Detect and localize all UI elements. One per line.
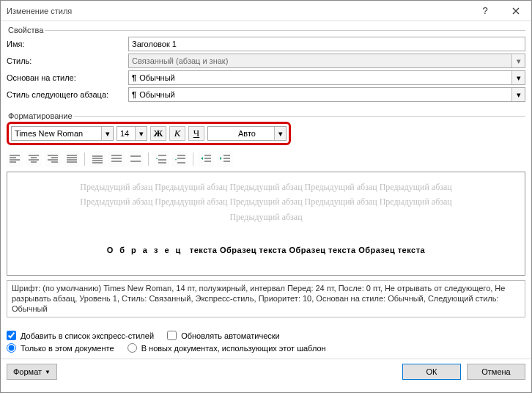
font-combo[interactable]: Times New Roman ▾ xyxy=(11,126,114,141)
close-icon xyxy=(512,7,520,15)
preview-sample-text: Образец текста Образец текста Образец те… xyxy=(16,240,516,257)
help-button[interactable]: ? xyxy=(470,1,500,21)
align-center-icon xyxy=(29,155,39,164)
preview-pane: Предыдущий абзац Предыдущий абзац Предыд… xyxy=(7,172,525,276)
font-color-combo[interactable]: Авто ▾ xyxy=(207,126,287,141)
spacing-tight-icon xyxy=(92,155,103,164)
based-on-combo[interactable]: ¶Обычный ▾ xyxy=(128,70,525,85)
preview-prev-text: Предыдущий абзац xyxy=(16,210,516,224)
preview-prev-text: Предыдущий абзац Предыдущий абзац Предыд… xyxy=(16,194,516,209)
style-type-label: Стиль: xyxy=(7,56,128,65)
chevron-down-icon[interactable]: ▾ xyxy=(511,88,525,101)
add-quick-styles-label: Добавить в список экспресс-стилей xyxy=(21,331,154,340)
chevron-down-icon: ▾ xyxy=(511,54,525,67)
chevron-down-icon[interactable]: ▾ xyxy=(274,127,286,140)
next-style-combo[interactable]: ¶Обычный ▾ xyxy=(128,87,525,102)
format-menu-button[interactable]: Формат▼ xyxy=(7,364,57,380)
dialog-title: Изменение стиля xyxy=(7,7,72,15)
italic-button[interactable]: К xyxy=(169,126,185,141)
align-right-button[interactable] xyxy=(45,151,61,167)
align-justify-button[interactable] xyxy=(64,151,80,167)
para-space-dec-icon xyxy=(175,155,185,164)
align-right-icon xyxy=(48,155,58,164)
name-input[interactable]: Заголовок 1 xyxy=(128,37,525,51)
pilcrow-icon: ¶ xyxy=(132,73,136,82)
properties-legend: Свойства xyxy=(7,26,45,34)
close-button[interactable] xyxy=(500,1,531,21)
new-docs-label: В новых документах, использующих этот ша… xyxy=(141,344,326,353)
increase-para-space-button[interactable] xyxy=(153,151,169,167)
cancel-button[interactable]: Отмена xyxy=(467,364,525,380)
indent-icon xyxy=(220,155,230,164)
chevron-down-icon[interactable]: ▾ xyxy=(511,71,525,84)
style-description: Шрифт: (по умолчанию) Times New Roman, 1… xyxy=(7,280,525,317)
style-type-combo: Связанный (абзац и знак) ▾ xyxy=(128,54,525,68)
only-this-doc-radio[interactable] xyxy=(7,343,16,353)
line-spacing-15-button[interactable] xyxy=(108,151,125,167)
dedent-icon xyxy=(201,155,211,164)
based-on-label: Основан на стиле: xyxy=(7,73,128,82)
auto-update-label: Обновлять автоматически xyxy=(181,331,280,340)
line-spacing-1-button[interactable] xyxy=(89,151,106,167)
preview-prev-text: Предыдущий абзац Предыдущий абзац Предыд… xyxy=(16,180,516,194)
decrease-para-space-button[interactable] xyxy=(172,151,188,167)
para-space-inc-icon xyxy=(156,155,166,164)
line-spacing-2-button[interactable] xyxy=(128,151,144,167)
add-quick-styles-checkbox[interactable] xyxy=(7,331,16,340)
chevron-down-icon[interactable]: ▾ xyxy=(135,127,147,140)
formatting-highlight: Times New Roman ▾ 14 ▾ Ж К Ч Авто ▾ xyxy=(7,122,291,145)
spacing-wide-icon xyxy=(130,155,141,164)
chevron-down-icon[interactable]: ▾ xyxy=(101,127,113,140)
only-this-doc-label: Только в этом документе xyxy=(21,344,114,353)
pilcrow-icon: ¶ xyxy=(132,90,136,99)
bold-button[interactable]: Ж xyxy=(150,126,166,141)
next-style-label: Стиль следующего абзаца: xyxy=(7,90,128,99)
increase-indent-button[interactable] xyxy=(217,151,233,167)
font-size-combo[interactable]: 14 ▾ xyxy=(117,126,147,141)
align-left-icon xyxy=(10,155,20,164)
spacing-med-icon xyxy=(111,155,122,164)
align-justify-icon xyxy=(67,155,77,164)
auto-update-checkbox[interactable] xyxy=(167,331,177,340)
align-left-button[interactable] xyxy=(7,151,23,167)
ok-button[interactable]: ОК xyxy=(402,364,461,380)
align-center-button[interactable] xyxy=(26,151,42,167)
underline-button[interactable]: Ч xyxy=(188,126,204,141)
decrease-indent-button[interactable] xyxy=(198,151,214,167)
formatting-legend: Форматирование xyxy=(7,111,74,120)
menu-arrow-icon: ▼ xyxy=(45,369,51,375)
new-docs-radio[interactable] xyxy=(128,343,137,353)
name-label: Имя: xyxy=(7,40,128,48)
